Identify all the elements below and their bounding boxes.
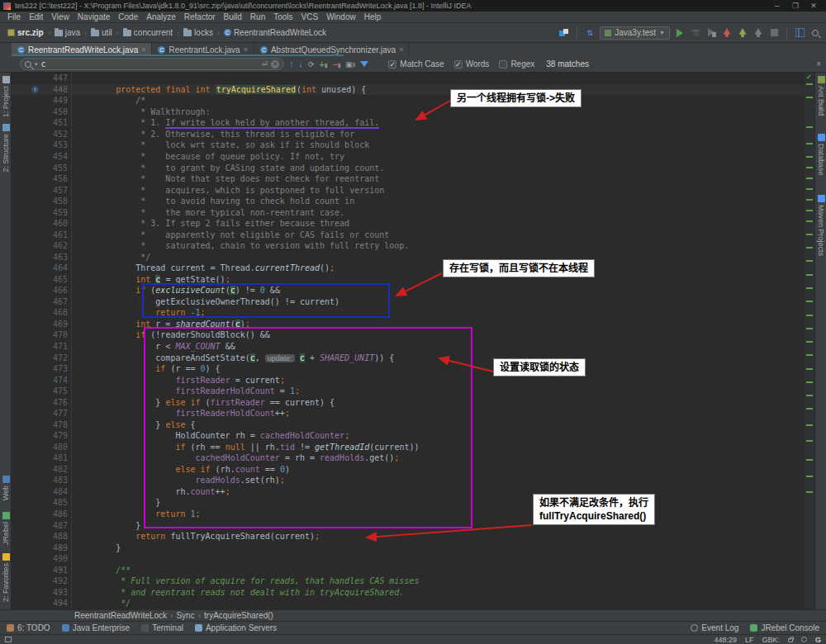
close-find-icon[interactable]: × [816,59,821,69]
bottom-breadcrumb-item[interactable]: ReentrantReadWriteLock [74,611,167,620]
menu-item-analyze[interactable]: Analyze [142,12,180,21]
code-line-454[interactable]: 454 * because of queue policy. If not, t… [12,151,814,163]
toolwindow-button-1-project[interactable]: 1: Project [0,76,12,117]
toolwindow-button-2-favorites[interactable]: 2: Favorites [0,553,12,602]
code-line-469[interactable]: 469 int r = sharedCount(c); [12,319,814,330]
code-line-481[interactable]: 481 cachedHoldCounter = rh = readHolds.g… [12,452,814,464]
debug-button[interactable] [690,27,701,39]
code-line-490[interactable]: 490 [12,553,814,565]
grep-console-icon[interactable]: G [815,636,821,644]
code-line-479[interactable]: 479 HoldCounter rh = cachedHoldCounter; [12,430,814,442]
toolwindow-button-web[interactable]: Web [0,476,12,500]
menu-item-run[interactable]: Run [246,12,269,21]
code-line-485[interactable]: 485 } [12,497,814,509]
code-line-453[interactable]: 453 * lock wrt state, so ask if it shoul… [12,140,814,151]
fold-marker[interactable]: ▴ [59,544,63,551]
code-line-480[interactable]: 480 if (rh == null || rh.tid != getThrea… [12,442,814,453]
code-line-478[interactable]: 478 } else { [12,419,814,430]
filter-icon[interactable] [360,61,368,67]
breadcrumb-item[interactable]: concurrent [121,28,175,37]
code-line-482[interactable]: 482 else if (rh.count == 0) [12,464,814,476]
toolwindow-button-database[interactable]: Database [815,134,826,176]
code-line-463[interactable]: 463 */ [12,252,814,263]
code-line-488[interactable]: 488 return fullTryAcquireShared(current)… [12,531,814,542]
code-line-450[interactable]: 450 * Walkthrough: [12,107,814,118]
run-button[interactable] [674,27,686,39]
code-line-467[interactable]: 467 getExclusiveOwnerThread() != current… [12,296,814,308]
add-occurrence-icon[interactable]: +Ⅱ [320,59,328,69]
jrebel-update-icon[interactable] [752,27,764,39]
code-line-447[interactable]: 447 [12,73,814,84]
code-line-473[interactable]: 473 if (r == 0) { [12,363,814,375]
code-line-458[interactable]: 458 * to avoid having to check hold coun… [12,196,814,207]
next-occurrence-icon[interactable]: ↓ [299,59,304,69]
maximize-button[interactable]: ❐ [786,2,805,10]
code-line-460[interactable]: 460 * 3. If step 2 fails either because … [12,218,814,230]
toolwindow-button-maven-projects[interactable]: Maven Projects [815,195,826,256]
toolwindow-button-ant-build[interactable]: Ant Build [815,76,826,116]
find-option-words[interactable]: ✓Words [454,59,490,69]
code-line-448[interactable]: 448↑▾ protected final int tryAcquireShar… [12,84,814,96]
code-line-476[interactable]: 476 } else if (firstReader == current) { [12,396,814,408]
code-line-468[interactable]: 468 return -1; [12,307,814,319]
coverage-button[interactable] [705,27,717,39]
code-editor[interactable]: 447448↑▾ protected final int tryAcquireS… [12,73,814,609]
toolwindow-button-event-log[interactable]: Event Log [691,623,738,632]
stop-button[interactable] [768,27,780,39]
remove-occurrence-icon[interactable]: −Ⅱ [332,59,340,69]
search-input[interactable]: ▾ c ⏎ ✕ [20,58,284,70]
prev-occurrence-icon[interactable]: ↑ [289,59,294,69]
code-line-491[interactable]: 491▾ /** [12,564,814,575]
code-line-492[interactable]: 492 * Full version of acquire for reads,… [12,575,814,587]
breadcrumb-item[interactable]: CReentrantReadWriteLock [221,28,329,37]
close-button[interactable]: ✕ [805,2,823,10]
bottom-breadcrumb-item[interactable]: tryAcquireShared() [204,611,273,620]
menu-item-tools[interactable]: Tools [269,12,297,21]
menu-item-window[interactable]: Window [322,12,360,21]
menu-item-vcs[interactable]: VCS [297,12,323,21]
close-tab-icon[interactable]: × [399,45,403,54]
clear-search-icon[interactable]: ✕ [271,60,279,69]
code-line-483[interactable]: 483 readHolds.set(rh); [12,475,814,486]
fold-marker[interactable]: ▾ [59,86,63,92]
code-line-451[interactable]: 451 * 1. If write lock held by another t… [12,117,814,129]
close-tab-icon[interactable]: × [244,45,248,54]
vcs-update-icon[interactable]: ⇅ [584,27,596,39]
layout-icon[interactable] [794,27,805,39]
menu-item-navigate[interactable]: Navigate [74,12,114,21]
run-config-select[interactable]: Java3y.test ▼ [600,26,670,40]
settings-blocks-icon[interactable] [558,27,570,39]
code-line-494[interactable]: 494▴ */ [12,598,814,609]
error-stripe[interactable]: ✔ [805,73,814,609]
code-line-472[interactable]: 472 compareAndSetState(c, update: c + SH… [12,352,814,363]
minimize-button[interactable]: ─ [768,2,786,10]
caret-position[interactable]: 448:29 [714,636,737,644]
code-line-470[interactable]: 470 if (!readerShouldBlock() && [12,329,814,341]
code-line-489[interactable]: 489▴ } [12,542,814,553]
fold-marker[interactable]: ▾ [59,566,63,573]
menu-item-edit[interactable]: Edit [25,12,47,21]
code-line-486[interactable]: 486 return 1; [12,509,814,520]
jrebel-debug-icon[interactable] [737,27,748,39]
toolwindow-button-application-servers[interactable]: Application Servers [195,623,277,632]
toolwindow-button-jrebel-console[interactable]: JRebel Console [750,623,819,632]
code-line-462[interactable]: 462 * saturated, chain to version with f… [12,240,814,252]
code-line-484[interactable]: 484 rh.count++; [12,486,814,498]
toolwindow-button-terminal[interactable]: Terminal [141,623,183,632]
override-icon[interactable]: ↑ [31,86,39,93]
code-line-474[interactable]: 474 firstReader = current; [12,374,814,386]
search-history-chevron-icon[interactable]: ▾ [35,61,38,68]
encoding-widget[interactable]: GBK: [762,636,780,644]
close-tab-icon[interactable]: × [141,45,145,54]
toolwindow-button-java-enterprise[interactable]: Java Enterprise [62,623,130,632]
bottom-breadcrumb-item[interactable]: Sync [176,611,194,620]
hector-inspector-icon[interactable] [801,637,807,642]
toolwindow-button-6-todo[interactable]: 6: TODO [7,623,50,632]
code-line-471[interactable]: 471 r < MAX_COUNT && [12,341,814,353]
menu-item-help[interactable]: Help [360,12,386,21]
code-line-456[interactable]: 456 * Note that step does not check for … [12,173,814,185]
toolwindow-button-jrebel[interactable]: JRebel [0,512,12,545]
find-all-icon[interactable]: ⟳ [308,60,315,69]
code-line-466[interactable]: 466 if (exclusiveCount(c) != 0 && [12,285,814,296]
code-line-465[interactable]: 465 int c = getState(); [12,274,814,286]
